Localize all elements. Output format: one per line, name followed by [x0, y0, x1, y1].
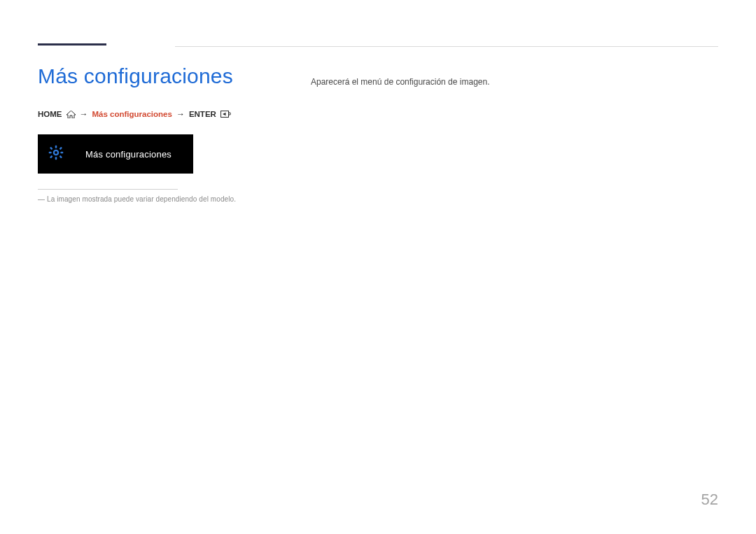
svg-point-1 [54, 150, 58, 155]
svg-rect-7 [59, 155, 62, 159]
svg-rect-2 [55, 146, 57, 148]
gear-icon [48, 144, 64, 164]
svg-rect-9 [50, 155, 53, 159]
top-divider [175, 46, 718, 47]
svg-rect-5 [60, 152, 63, 154]
menu-tile: Más configuraciones [38, 134, 193, 174]
svg-rect-8 [59, 147, 62, 150]
page-title: Más configuraciones [38, 64, 294, 88]
breadcrumb-current: Más configuraciones [92, 110, 172, 118]
note-divider [38, 189, 178, 190]
footnote: ― La imagen mostrada puede variar depend… [38, 195, 294, 203]
content-area: Más configuraciones HOME → Más configura… [38, 64, 718, 203]
svg-rect-4 [49, 152, 52, 154]
home-icon [66, 111, 76, 118]
menu-tile-label: Más configuraciones [85, 149, 172, 160]
chapter-marker [38, 43, 106, 45]
svg-rect-3 [55, 157, 57, 160]
breadcrumb: HOME → Más configuraciones → ENTER [38, 109, 294, 119]
enter-icon [220, 111, 231, 118]
body-text: Aparecerá el menú de configuración de im… [311, 77, 718, 87]
breadcrumb-home: HOME [38, 110, 62, 118]
arrow-icon: → [176, 109, 185, 119]
left-column: Más configuraciones HOME → Más configura… [38, 64, 311, 203]
arrow-icon: → [80, 109, 88, 119]
svg-rect-6 [50, 147, 53, 150]
page-number: 52 [701, 491, 718, 509]
right-column: Aparecerá el menú de configuración de im… [311, 64, 718, 203]
document-page: Más configuraciones HOME → Más configura… [0, 0, 756, 534]
breadcrumb-enter: ENTER [189, 110, 216, 118]
